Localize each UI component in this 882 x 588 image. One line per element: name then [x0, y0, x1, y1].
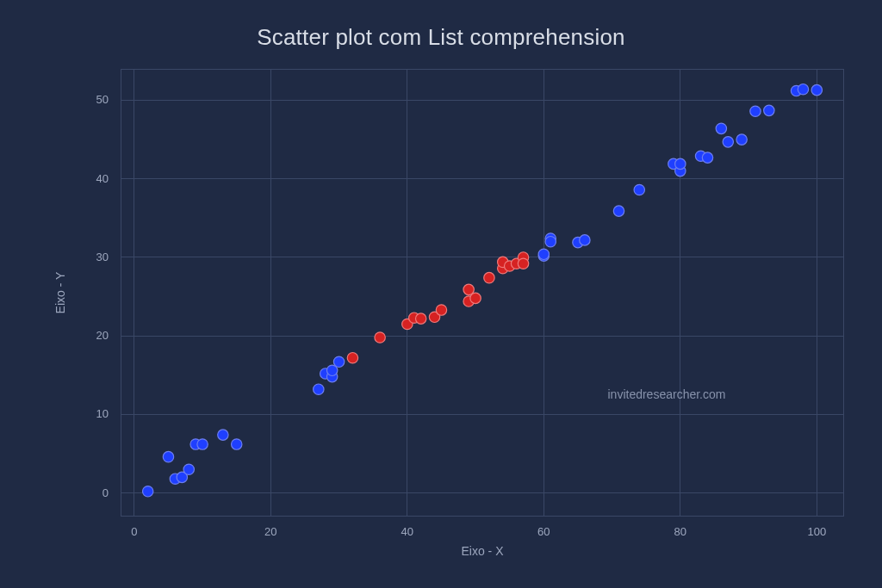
data-point [333, 356, 344, 367]
grid-horizontal [121, 100, 844, 492]
x-tick-label: 60 [537, 525, 550, 538]
x-tick-label: 20 [264, 525, 276, 538]
data-point [580, 235, 590, 245]
annotation-watermark: invitedresearcher.com [607, 387, 725, 401]
plot-svg: 020406080100 01020304050 invitedresearch… [121, 69, 844, 517]
x-tick-label: 100 [807, 525, 826, 538]
chart-container: Scatter plot com List comprehension Eixo… [0, 0, 882, 588]
data-point [518, 258, 528, 269]
data-point [675, 158, 686, 169]
data-point [811, 84, 822, 95]
data-point [798, 84, 808, 95]
data-point [436, 305, 446, 315]
plot-border [121, 70, 844, 517]
data-series [142, 84, 822, 497]
data-point [183, 464, 194, 474]
data-point [750, 106, 761, 116]
x-tick-label: 0 [131, 525, 137, 538]
data-point [716, 123, 726, 133]
data-point [163, 451, 173, 461]
data-point [702, 152, 712, 163]
data-point [723, 137, 733, 147]
data-point [484, 272, 494, 282]
data-point [197, 439, 208, 449]
data-point [142, 486, 152, 497]
data-point [232, 439, 242, 449]
y-tick-label: 50 [96, 93, 109, 106]
data-point [613, 206, 624, 216]
y-tick-label: 40 [96, 172, 109, 185]
y-tick-label: 0 [102, 486, 109, 499]
data-point [347, 353, 357, 363]
x-tick-label: 40 [401, 525, 413, 538]
data-point [736, 134, 747, 145]
data-point [314, 384, 324, 394]
data-point [634, 184, 644, 195]
y-tick-label: 10 [96, 407, 109, 420]
data-point [545, 237, 556, 247]
y-axis-label: Eixo - Y [53, 272, 67, 314]
plot-area: 020406080100 01020304050 invitedresearch… [121, 69, 844, 517]
data-point [375, 332, 385, 343]
x-axis-label: Eixo - X [461, 544, 503, 558]
data-point [218, 430, 228, 440]
data-point [470, 293, 481, 303]
data-point [764, 105, 774, 115]
y-ticks: 01020304050 [96, 93, 109, 498]
x-tick-label: 80 [674, 525, 686, 538]
x-ticks: 020406080100 [131, 525, 826, 538]
chart-title: Scatter plot com List comprehension [0, 24, 882, 51]
y-tick-label: 20 [96, 329, 109, 342]
data-point [415, 313, 425, 324]
y-tick-label: 30 [96, 251, 109, 263]
data-point [538, 249, 549, 259]
